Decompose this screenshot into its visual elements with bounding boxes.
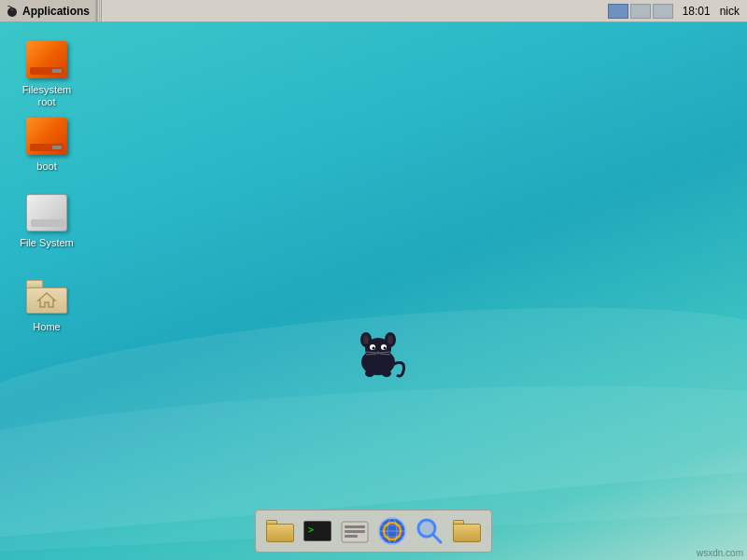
dock-folder-body-right bbox=[453, 524, 481, 542]
white-drive-fs bbox=[26, 194, 67, 231]
panel-workspace-2[interactable] bbox=[630, 4, 651, 19]
desktop: Applications 18:01 nick Filesystemroot b… bbox=[0, 0, 747, 560]
dock-folder-home bbox=[266, 520, 294, 542]
applications-label: Applications bbox=[22, 5, 90, 18]
home-img bbox=[24, 274, 69, 319]
orange-drive-boot bbox=[26, 118, 67, 155]
file-system-label: File System bbox=[20, 237, 73, 249]
svg-rect-22 bbox=[345, 530, 365, 533]
mascot bbox=[345, 327, 411, 383]
bottom-dock bbox=[255, 510, 492, 553]
svg-rect-23 bbox=[345, 535, 358, 538]
svg-rect-21 bbox=[345, 525, 365, 528]
dock-icon-search[interactable] bbox=[413, 514, 446, 548]
dock-icon-browser[interactable] bbox=[375, 514, 409, 548]
dock-browser-img bbox=[377, 516, 407, 546]
panel-right: 18:01 nick bbox=[608, 0, 747, 21]
panel-workspace-3[interactable] bbox=[653, 4, 673, 19]
svg-point-18 bbox=[365, 370, 374, 377]
boot-img bbox=[24, 114, 69, 159]
svg-point-13 bbox=[376, 352, 380, 355]
dock-icon-home-files[interactable] bbox=[263, 514, 297, 548]
svg-line-32 bbox=[433, 535, 441, 542]
svg-point-19 bbox=[382, 370, 391, 377]
mascot-svg bbox=[345, 327, 411, 383]
svg-point-8 bbox=[388, 335, 393, 344]
file-system-img bbox=[24, 190, 69, 235]
svg-marker-2 bbox=[38, 293, 55, 307]
panel-workspace-1[interactable] bbox=[608, 4, 628, 19]
dock-file-manager-img bbox=[341, 519, 369, 543]
icon-home[interactable]: Home bbox=[9, 271, 84, 337]
applications-menu[interactable]: Applications bbox=[0, 0, 96, 21]
svg-point-12 bbox=[384, 347, 387, 350]
panel-user: nick bbox=[720, 5, 743, 18]
dock-terminal-img bbox=[303, 521, 331, 541]
boot-label: boot bbox=[36, 161, 56, 173]
house-svg bbox=[36, 291, 57, 308]
icon-boot[interactable]: boot bbox=[9, 110, 84, 176]
folder-body bbox=[26, 287, 67, 314]
dock-icon-folder-right[interactable] bbox=[450, 514, 484, 548]
home-label: Home bbox=[33, 321, 60, 333]
mouse-icon bbox=[6, 6, 19, 17]
dock-folder-right bbox=[453, 520, 481, 542]
dock-icon-terminal[interactable] bbox=[301, 514, 334, 548]
top-panel: Applications 18:01 nick bbox=[0, 0, 747, 22]
home-folder-icon bbox=[26, 280, 67, 314]
watermark: wsxdn.com bbox=[697, 548, 743, 558]
dock-folder-body bbox=[266, 524, 294, 542]
svg-point-11 bbox=[373, 347, 375, 350]
orange-drive-filesystem bbox=[26, 41, 67, 78]
svg-point-7 bbox=[363, 335, 369, 344]
icon-filesystem-root[interactable]: Filesystemroot bbox=[9, 34, 84, 112]
dock-search-img bbox=[415, 516, 444, 546]
svg-line-1 bbox=[7, 6, 12, 7]
panel-separator bbox=[96, 0, 102, 21]
filesystem-root-img bbox=[24, 37, 69, 82]
panel-time: 18:01 bbox=[675, 5, 718, 18]
filesystem-root-label: Filesystemroot bbox=[22, 84, 72, 108]
icon-file-system[interactable]: File System bbox=[9, 187, 84, 253]
dock-icon-file-manager[interactable] bbox=[338, 514, 372, 548]
